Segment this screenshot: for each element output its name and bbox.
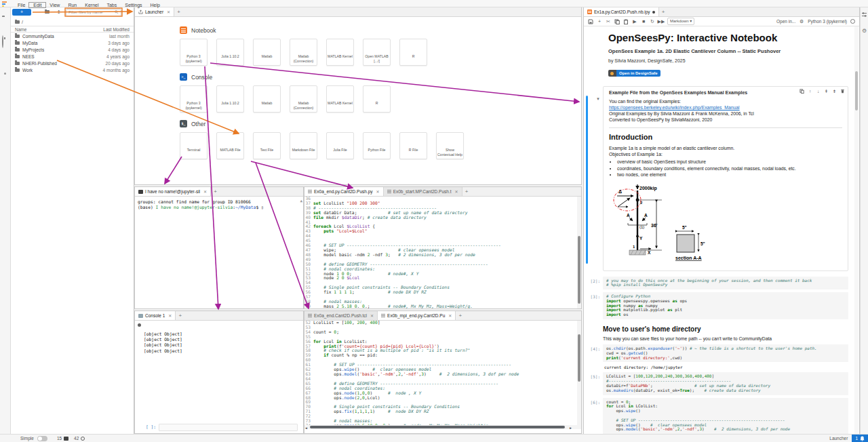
tab-file-1[interactable]: Ex0a_end.Cant2D.Push.tcl ✕ bbox=[304, 311, 378, 320]
examples-manual-link[interactable]: https://opensees.berkeley.edu/wiki/index… bbox=[609, 104, 842, 110]
column-name[interactable]: Name bbox=[15, 27, 103, 32]
selected-cell-bar[interactable] bbox=[586, 96, 588, 264]
code-cell[interactable]: [4]: os.chdir(os.path.expanduser('~')) #… bbox=[584, 344, 850, 369]
notifications-badge[interactable]: 1 bbox=[852, 435, 868, 442]
new-tab-button[interactable]: + bbox=[659, 7, 668, 16]
launcher-card[interactable]: R bbox=[399, 39, 427, 66]
unsaved-changes-icon[interactable] bbox=[652, 11, 655, 14]
launcher-card[interactable]: MATLAB Kernel bbox=[326, 39, 354, 66]
scrollbar-vertical[interactable] bbox=[577, 321, 581, 429]
settings-gear-icon[interactable]: ⚙ bbox=[799, 19, 804, 24]
save-icon[interactable] bbox=[588, 19, 593, 24]
property-inspector-icon[interactable] bbox=[861, 12, 867, 19]
launcher-card[interactable]: Python File bbox=[363, 132, 391, 159]
restart-run-all-icon[interactable]: ▶▶ bbox=[658, 19, 664, 24]
new-launcher-button[interactable]: + bbox=[12, 9, 31, 16]
tab-notebook[interactable]: Ex1a.py.Cant2D.Push.nb.ipy bbox=[584, 7, 659, 16]
terminal-output[interactable]: groups: cannot find name for group ID 81… bbox=[135, 197, 303, 308]
cell-collapser-icon[interactable]: ▼ bbox=[596, 97, 600, 101]
tab-file-2[interactable]: Ex0b_start.MP.Cant2D.Push.t ✕ bbox=[384, 187, 462, 196]
markdown-cell[interactable]: ↑ ↓ ⇞ ⇟ Example File from the OpenSees E… bbox=[603, 86, 848, 271]
tab-file-1[interactable]: Ex0a_end.py.Cant2D.Push.py ✕ bbox=[304, 187, 384, 196]
launcher-card[interactable]: Terminal bbox=[180, 132, 208, 159]
open-in-designsafe-badge[interactable]: Open in DesignSafe bbox=[608, 70, 660, 77]
new-tab-button[interactable]: + bbox=[211, 187, 220, 196]
paste-icon[interactable] bbox=[623, 19, 629, 24]
run-icon[interactable]: ▶ bbox=[632, 19, 637, 24]
file-list-header[interactable]: Name Last Modified bbox=[11, 26, 134, 33]
cell-input[interactable]: # Configure Pythonimport openseespy.open… bbox=[603, 292, 848, 319]
launcher-card[interactable]: MATLAB Kernel bbox=[326, 85, 354, 113]
launcher-card[interactable]: Julia 1.10.2 bbox=[216, 39, 244, 66]
insert-cell-icon[interactable]: + bbox=[597, 19, 602, 24]
move-cell-up-icon[interactable]: ↑ bbox=[808, 89, 812, 94]
code-cell[interactable]: [6]: count = 0;for Lcol in LColList: ops… bbox=[584, 398, 850, 434]
launcher-card[interactable]: Python 3 (ipykernel) bbox=[180, 85, 208, 113]
insert-cell-below-icon[interactable]: ⇟ bbox=[832, 89, 837, 94]
file-row[interactable]: CommunityData last month bbox=[11, 33, 134, 39]
kernel-status-icon[interactable] bbox=[850, 19, 855, 24]
terminal-count[interactable]: 15 bbox=[57, 436, 62, 441]
menu-item-settings[interactable]: Settings bbox=[121, 3, 146, 7]
open-in-button[interactable]: Open in... bbox=[776, 19, 795, 24]
restart-kernel-icon[interactable]: ↻ bbox=[650, 19, 655, 24]
insert-cell-above-icon[interactable]: ⇞ bbox=[824, 89, 829, 94]
launcher-card[interactable]: Show Contextual Help bbox=[436, 132, 464, 159]
code-editor[interactable]: 36 37set LcolList "100 200 300"38# -----… bbox=[304, 197, 581, 308]
copy-icon[interactable] bbox=[614, 19, 620, 24]
simple-mode-toggle[interactable] bbox=[37, 436, 47, 441]
menu-item-edit[interactable]: Edit bbox=[29, 3, 45, 7]
close-icon[interactable]: ✕ bbox=[455, 189, 458, 194]
launcher-card[interactable]: Python 3 (ipykernel) bbox=[180, 39, 208, 66]
filter-files-input[interactable]: Filter files by name bbox=[66, 9, 121, 16]
launcher-card[interactable]: Julia File bbox=[326, 132, 354, 159]
cell-input[interactable]: os.chdir(os.path.expanduser('~')) # ~ th… bbox=[603, 344, 848, 362]
cell-input[interactable]: LColList = [100,120,200,240,300,360,400,… bbox=[603, 372, 848, 395]
close-icon[interactable]: ✕ bbox=[203, 189, 207, 194]
close-icon[interactable]: ✕ bbox=[168, 313, 172, 318]
cell-input[interactable]: count = 0;for Lcol in LColList: ops.wipe… bbox=[603, 398, 848, 434]
code-cell[interactable]: [5]: LColList = [100,120,200,240,300,360… bbox=[584, 372, 850, 395]
kernel-name[interactable]: Python 3 (ipykernel) bbox=[808, 19, 847, 24]
new-tab-button[interactable]: + bbox=[174, 7, 183, 16]
upload-icon[interactable]: ↥ bbox=[57, 9, 61, 15]
running-kernels-icon[interactable] bbox=[2, 36, 9, 43]
menu-item-help[interactable]: Help bbox=[146, 3, 164, 7]
scrollbar-horizontal[interactable]: ◀▶ bbox=[304, 425, 577, 429]
code-editor[interactable]: 52LcolList = [100, 200, 400]53 54count =… bbox=[304, 321, 581, 429]
menu-item-tabs[interactable]: Tabs bbox=[102, 3, 121, 7]
menu-item-kernel[interactable]: Kernel bbox=[81, 3, 102, 7]
scroll-up-icon[interactable]: ▲ bbox=[300, 198, 302, 203]
new-tab-button[interactable]: + bbox=[176, 311, 184, 320]
launcher-card[interactable]: R File bbox=[399, 132, 427, 159]
file-row[interactable]: MyProjects 4 days ago bbox=[11, 46, 134, 53]
breadcrumb[interactable]: / bbox=[11, 18, 134, 26]
file-browser-icon[interactable] bbox=[2, 17, 9, 24]
launcher-card[interactable]: Text File bbox=[253, 132, 281, 159]
delete-cell-icon[interactable] bbox=[840, 89, 845, 94]
stop-icon[interactable]: ■ bbox=[641, 19, 646, 24]
tab-console[interactable]: Console 1 ✕ bbox=[135, 311, 176, 320]
close-icon[interactable]: ✕ bbox=[448, 313, 452, 318]
launcher-card[interactable]: Matlab (Connection) bbox=[290, 85, 317, 113]
markdown-cell[interactable]: Move to user's home directory This way y… bbox=[603, 325, 850, 342]
launcher-card[interactable]: Matlab (Connection) bbox=[290, 39, 317, 66]
file-row[interactable]: NHERI-Published 20 days ago bbox=[11, 60, 134, 66]
file-row[interactable]: NEES 4 years ago bbox=[11, 53, 134, 60]
cell-input[interactable]: # you may to do this once at the beginni… bbox=[603, 277, 848, 290]
menu-item-file[interactable]: File bbox=[14, 3, 29, 7]
kernel-count[interactable]: 42 bbox=[74, 436, 79, 441]
scrollbar-vertical[interactable] bbox=[577, 197, 581, 308]
cell-type-dropdown[interactable]: Markdown ▾ bbox=[667, 18, 694, 25]
code-cell[interactable]: [3]: # Configure Pythonimport openseespy… bbox=[584, 292, 850, 319]
extensions-icon[interactable] bbox=[2, 74, 9, 81]
code-cell[interactable]: [2]: # you may to do this once at the be… bbox=[584, 277, 850, 290]
close-icon[interactable]: ✕ bbox=[370, 313, 374, 318]
launcher-card[interactable]: Markdown File bbox=[290, 132, 317, 159]
launcher-card[interactable]: MATLAB File bbox=[216, 132, 244, 159]
notebook-content[interactable]: ▼ OpenSeesPy: Interactive Notebook OpenS… bbox=[584, 26, 859, 434]
console-input[interactable] bbox=[159, 424, 298, 431]
new-folder-icon[interactable] bbox=[45, 9, 50, 14]
close-icon[interactable]: ✕ bbox=[167, 9, 170, 14]
launcher-card[interactable]: Matlab bbox=[253, 39, 281, 66]
